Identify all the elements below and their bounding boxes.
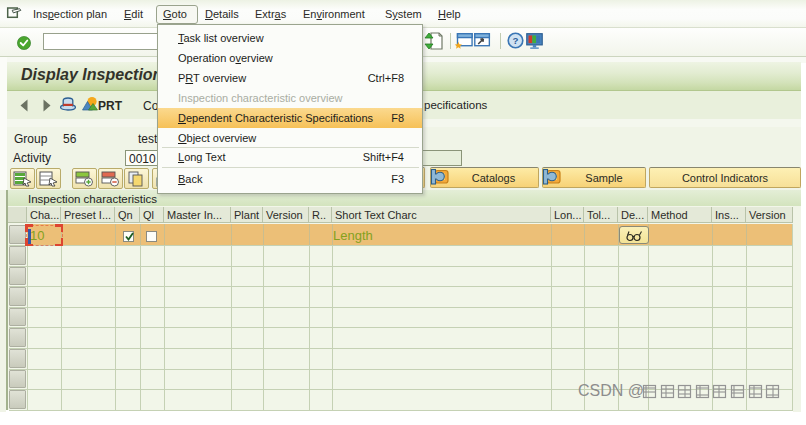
svg-text:?: ? [513,35,519,46]
